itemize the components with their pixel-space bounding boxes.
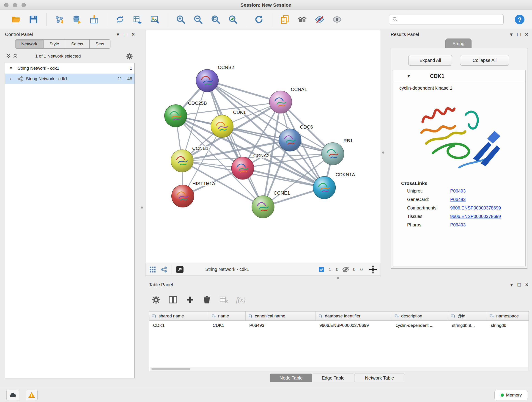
tab-select[interactable]: Select <box>65 39 89 49</box>
detach-view-icon[interactable] <box>176 265 184 274</box>
column-header-shared-name[interactable]: shared name <box>149 312 209 320</box>
window-minimize-button[interactable] <box>13 3 17 7</box>
network-node-ccne1[interactable] <box>252 196 274 218</box>
protein-structure-image <box>413 97 505 175</box>
warnings-button[interactable] <box>26 390 38 400</box>
column-header-label: name <box>218 313 229 319</box>
network-node-hist1h1a[interactable] <box>172 185 194 207</box>
network-node-rb1[interactable] <box>322 143 344 165</box>
show-columns-icon[interactable] <box>168 295 178 305</box>
export-image-button[interactable] <box>149 13 161 26</box>
show-all-button[interactable] <box>331 13 343 26</box>
birdseye-grid-icon[interactable] <box>149 266 157 274</box>
tab-string[interactable]: String <box>445 38 472 48</box>
tab-network-table[interactable]: Network Table <box>354 374 405 382</box>
toolbar-separator <box>272 13 272 26</box>
tab-network[interactable]: Network <box>15 39 44 49</box>
search-input[interactable] <box>400 17 500 22</box>
network-node-cdc6[interactable] <box>279 129 301 151</box>
network-node-ccnb2[interactable] <box>196 70 219 92</box>
collapse-all-button[interactable]: Collapse All <box>460 55 509 65</box>
selected-nodes-icon[interactable] <box>318 266 325 273</box>
save-session-button[interactable] <box>27 13 39 26</box>
help-button[interactable]: ? <box>514 14 525 25</box>
results-panel-close-icon[interactable]: × <box>525 32 528 37</box>
network-overview-button[interactable] <box>296 13 308 26</box>
node-label-cdkn1a: CDKN1A <box>336 172 355 177</box>
column-header-name[interactable]: name <box>209 312 246 320</box>
import-network-button[interactable] <box>53 13 65 26</box>
table-horizontal-scrollbar[interactable] <box>150 367 528 371</box>
column-header--id[interactable]: @id <box>448 312 487 320</box>
import-table-button[interactable] <box>88 13 100 26</box>
network-node-cdc25b[interactable] <box>165 104 187 127</box>
table-panel-float-icon[interactable]: □ <box>518 282 521 287</box>
disclosure-triangle-icon[interactable]: ▼ <box>7 66 14 70</box>
network-node-ccna1[interactable] <box>269 91 292 113</box>
add-column-icon[interactable] <box>185 295 195 305</box>
memory-button[interactable]: Memory <box>494 390 528 400</box>
fit-content-crosshair-icon[interactable] <box>369 265 377 274</box>
collapse-all-networks-icon[interactable] <box>12 53 19 60</box>
zoom-in-button[interactable] <box>175 13 187 26</box>
column-header-database-identifier[interactable]: database identifier <box>316 312 392 320</box>
copy-document-button[interactable] <box>279 13 291 26</box>
delete-column-icon[interactable] <box>202 295 212 305</box>
column-header-canonical-name[interactable]: canonical name <box>246 312 316 320</box>
control-panel-collapse-icon[interactable]: ▾ <box>117 32 119 37</box>
open-session-button[interactable] <box>10 13 22 26</box>
scrollbar-thumb[interactable] <box>152 368 190 370</box>
results-panel-float-icon[interactable]: □ <box>517 32 520 37</box>
hide-selected-button[interactable] <box>314 13 326 26</box>
table-panel-close-icon[interactable]: × <box>525 282 528 287</box>
crosslink-link[interactable]: P06493 <box>450 222 466 228</box>
expand-all-networks-icon[interactable] <box>5 53 12 60</box>
table-panel-collapse-icon[interactable]: ▾ <box>510 282 513 287</box>
crosslink-link[interactable]: P06493 <box>450 197 466 202</box>
column-header-namespace[interactable]: namespace <box>487 312 529 320</box>
node-label-ccne1: CCNE1 <box>273 190 290 196</box>
tab-node-table[interactable]: Node Table <box>270 374 312 382</box>
import-database-button[interactable] <box>71 13 83 26</box>
table-toolbar: f(x) <box>151 293 246 306</box>
window-close-button[interactable] <box>4 3 8 7</box>
zoom-fit-button[interactable] <box>210 13 222 26</box>
network-canvas[interactable]: CCNB2CCNA1CDC25BCDK1CDC6RB1CCNB1CCNA2CDK… <box>145 30 381 263</box>
network-collection-row[interactable]: ▼ String Network - cdk1 1 <box>5 63 134 74</box>
sort-icon <box>152 313 157 319</box>
column-header-description[interactable]: description <box>392 312 448 320</box>
network-node-cdkn1a[interactable] <box>313 177 336 199</box>
control-panel-float-icon[interactable]: □ <box>124 32 127 37</box>
right-splitter-handle[interactable] <box>382 152 384 153</box>
tab-style[interactable]: Style <box>44 39 65 49</box>
hidden-edges-icon[interactable] <box>342 266 349 273</box>
network-node-ccna2[interactable] <box>231 157 254 179</box>
control-panel-close-icon[interactable]: × <box>132 32 135 37</box>
toolbar-search[interactable] <box>389 14 504 25</box>
table-options-gear-icon[interactable] <box>151 295 161 305</box>
network-options-gear-icon[interactable] <box>126 52 133 60</box>
crosslink-link[interactable]: 9606.ENSP00000378699 <box>450 214 501 219</box>
tab-sets[interactable]: Sets <box>89 39 110 49</box>
zoom-selected-button[interactable] <box>227 13 239 26</box>
left-splitter-handle[interactable] <box>141 206 143 209</box>
protein-disclosure-icon[interactable]: ▼ <box>407 74 411 79</box>
node-count: 11 <box>112 76 122 81</box>
string-share-icon[interactable] <box>160 266 168 274</box>
export-network-button[interactable] <box>132 13 143 26</box>
expand-all-button[interactable]: Expand All <box>408 55 452 65</box>
network-row[interactable]: ● String Network - cdk1 11 48 <box>5 74 134 84</box>
cloud-button[interactable] <box>6 390 19 400</box>
zoom-out-button[interactable] <box>192 13 204 26</box>
crosslink-link[interactable]: P06493 <box>450 188 466 194</box>
table-row[interactable]: CDK1CDK1P064939606.ENSP00000378699cyclin… <box>149 321 529 330</box>
apply-layout-button[interactable] <box>253 13 265 26</box>
crosslink-link[interactable]: 9606.ENSP00000378699 <box>450 205 501 211</box>
horizontal-splitter-handle[interactable] <box>337 277 339 279</box>
results-panel-collapse-icon[interactable]: ▾ <box>510 32 513 37</box>
network-node-cdk1[interactable] <box>211 115 233 138</box>
tab-edge-table[interactable]: Edge Table <box>312 374 354 382</box>
network-node-ccnb1[interactable] <box>171 150 193 172</box>
new-network-button[interactable] <box>114 13 126 26</box>
window-zoom-button[interactable] <box>22 3 26 7</box>
